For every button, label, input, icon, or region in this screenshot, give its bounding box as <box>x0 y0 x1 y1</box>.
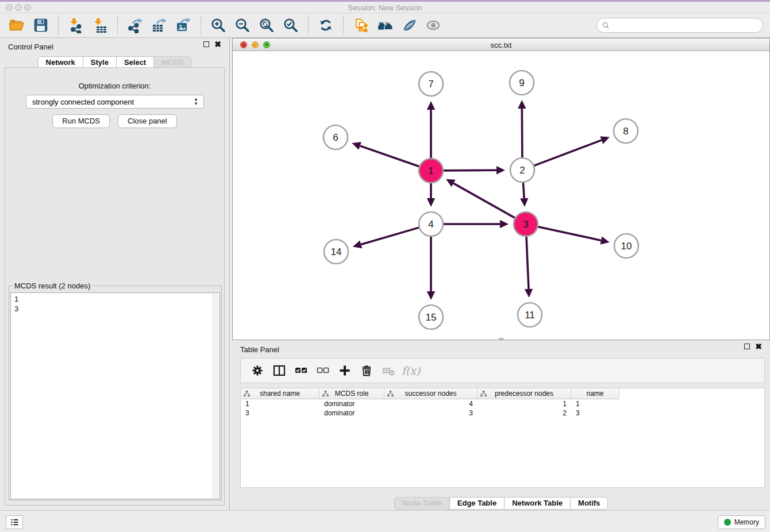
mcds-result-area[interactable]: 1 3 <box>10 292 220 499</box>
zoom-out-button[interactable] <box>233 16 252 35</box>
table-row[interactable]: 3dominator323 <box>241 408 764 418</box>
add-column-button[interactable] <box>336 361 353 380</box>
zoom-in-button[interactable] <box>209 16 228 35</box>
network-canvas[interactable]: 7968124314101511 <box>233 51 769 340</box>
node-table: shared name MCDS role successor nodes pr… <box>240 388 765 488</box>
graph-node-label: 2 <box>519 165 525 176</box>
graph-edge-4-14[interactable] <box>361 228 419 245</box>
graph-node-label: 7 <box>428 79 433 90</box>
criterion-select[interactable]: strongly connected component ▲▼ <box>26 95 204 109</box>
save-session-button[interactable] <box>32 16 50 35</box>
splitter-handle[interactable] <box>499 338 503 340</box>
zoom-selected-button[interactable] <box>282 16 300 35</box>
table-panel-float-button[interactable] <box>744 344 750 349</box>
control-panel-title: Control Panel <box>8 43 53 51</box>
import-table-button[interactable] <box>91 16 109 35</box>
column-header-successor-nodes[interactable]: successor nodes <box>384 388 478 399</box>
table-cell[interactable]: 3 <box>241 408 319 418</box>
table-cell[interactable]: 1 <box>241 399 319 408</box>
deselect-all-button[interactable] <box>314 361 332 380</box>
main-toolbar <box>0 13 770 38</box>
edge-arrowhead <box>518 100 526 109</box>
table-row[interactable]: 1dominator411 <box>241 399 764 408</box>
refresh-layout-icon <box>318 17 334 33</box>
graph-edge-2-9[interactable] <box>522 109 522 158</box>
deselect-all-icon <box>317 364 329 377</box>
table-cell[interactable]: 4 <box>384 399 478 408</box>
import-network-button[interactable] <box>67 16 85 35</box>
hide-graphics-details-icon <box>401 17 417 33</box>
column-header-predecessor-nodes[interactable]: predecessor nodes <box>478 388 571 399</box>
zoom-in-icon <box>210 17 226 33</box>
toolbar-separator <box>201 16 201 34</box>
graph-node-label: 8 <box>623 126 628 137</box>
graph-node-label: 14 <box>331 246 342 257</box>
split-columns-button[interactable] <box>271 361 288 380</box>
run-mcds-button[interactable]: Run MCDS <box>52 114 110 128</box>
refresh-layout-button[interactable] <box>317 16 335 35</box>
column-header-name[interactable]: name <box>571 388 619 399</box>
table-cell[interactable]: 1 <box>571 399 619 408</box>
memory-button[interactable]: Memory <box>718 515 765 529</box>
table-cell[interactable]: dominator <box>319 408 384 418</box>
graph-node-label: 4 <box>428 219 433 230</box>
tab-node-table[interactable]: Node Table <box>394 497 450 510</box>
graph-edge-2-3[interactable] <box>523 182 524 198</box>
table-panel: Table Panel ✖ f(x) shared name MCDS role… <box>232 340 770 510</box>
result-scrollbar[interactable] <box>213 293 220 499</box>
table-cell[interactable]: 1 <box>478 399 571 408</box>
edge-arrowhead <box>525 289 533 298</box>
toolbar-separator <box>308 16 309 34</box>
mcds-result-text: 1 3 <box>14 294 18 314</box>
graph-edge-1-2[interactable] <box>443 170 496 171</box>
tab-motifs[interactable]: Motifs <box>570 497 608 510</box>
split-columns-icon <box>273 364 286 377</box>
select-all-button[interactable] <box>292 361 310 380</box>
function-button: f(x) <box>402 361 419 380</box>
table-tabs: Node TableEdge TableNetwork TableMotifs <box>232 497 770 510</box>
optimization-criterion-label: Optimization criterion: <box>5 82 224 90</box>
delete-column-icon <box>360 364 373 377</box>
tab-network-table[interactable]: Network Table <box>504 497 571 510</box>
graph-edge-3-11[interactable] <box>526 236 529 289</box>
duplicate-network-button[interactable] <box>352 16 370 35</box>
export-table-icon <box>151 17 167 33</box>
column-type-icon <box>387 391 394 397</box>
export-network-button[interactable] <box>126 16 144 35</box>
table-header: shared name MCDS role successor nodes pr… <box>241 388 764 399</box>
control-panel-float-button[interactable] <box>203 41 209 47</box>
graph-edge-2-8[interactable] <box>534 140 602 166</box>
delete-column-button[interactable] <box>358 361 375 380</box>
status-bar: Memory <box>0 510 770 532</box>
delete-table-button <box>380 361 397 380</box>
task-history-button[interactable] <box>6 515 23 529</box>
graph-edge-1-6[interactable] <box>360 146 419 167</box>
toolbar-separator <box>343 16 344 34</box>
table-cell[interactable]: dominator <box>319 399 384 408</box>
graph-edge-3-1[interactable] <box>453 183 515 218</box>
show-details-button[interactable] <box>424 16 442 35</box>
export-table-button[interactable] <box>150 16 168 35</box>
open-session-icon <box>9 17 25 33</box>
home-button[interactable] <box>376 16 394 35</box>
open-session-button[interactable] <box>7 16 26 35</box>
table-panel-close-button[interactable]: ✖ <box>755 344 762 349</box>
hide-graphics-details-button[interactable] <box>400 16 418 35</box>
table-cell[interactable]: 3 <box>384 408 478 418</box>
column-header-MCDS-role[interactable]: MCDS role <box>319 388 384 399</box>
table-cell[interactable]: 3 <box>571 408 619 418</box>
zoom-fit-button[interactable] <box>257 16 276 35</box>
search-input[interactable] <box>613 20 763 31</box>
graph-node-label: 9 <box>519 78 524 88</box>
close-panel-button[interactable]: Close panel <box>118 114 177 128</box>
control-panel: Control Panel ✖ NetworkStyleSelectMCDS O… <box>0 38 230 510</box>
tab-edge-table[interactable]: Edge Table <box>449 497 505 510</box>
table-cell[interactable]: 2 <box>478 408 571 418</box>
graph-node-label: 15 <box>426 312 437 323</box>
control-panel-close-button[interactable]: ✖ <box>214 41 221 47</box>
export-image-button[interactable] <box>174 16 192 35</box>
settings-button[interactable] <box>249 361 266 380</box>
graph-edge-3-10[interactable] <box>538 226 602 240</box>
settings-icon <box>251 364 264 377</box>
column-header-shared-name[interactable]: shared name <box>241 388 319 399</box>
